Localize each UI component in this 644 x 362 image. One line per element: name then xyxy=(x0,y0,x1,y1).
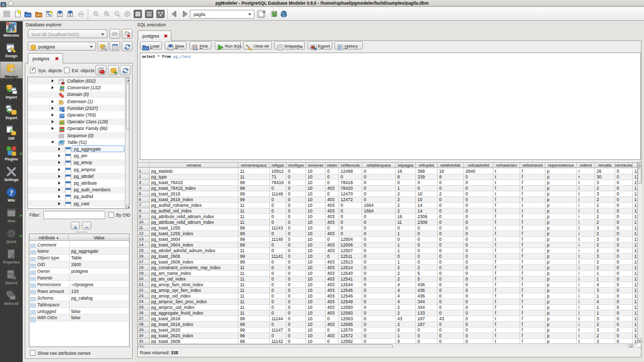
svg-text:SQL: SQL xyxy=(8,272,14,275)
svg-text:?: ? xyxy=(9,189,13,197)
